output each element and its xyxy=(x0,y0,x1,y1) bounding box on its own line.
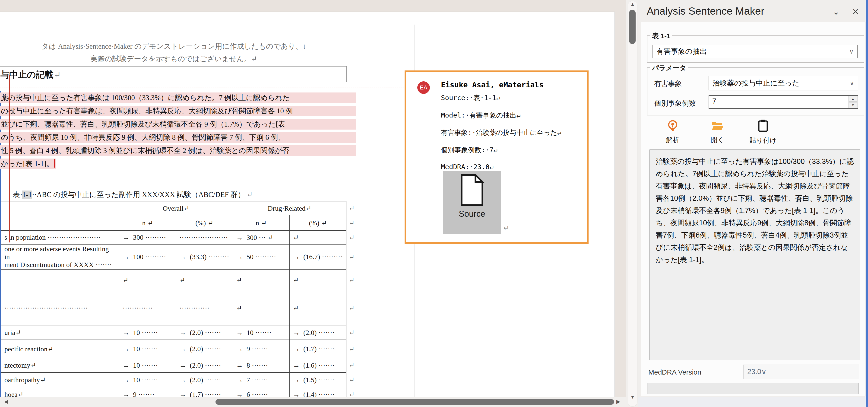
textbox-border-step xyxy=(346,82,386,82)
result-textarea[interactable]: 治験薬の投与中止に至った有害事象は100/300（33.3%）に認められた。7例… xyxy=(650,150,860,360)
row-label: uria↵ xyxy=(1,325,119,340)
comment-line: 個別事象例数:·7↵ xyxy=(441,146,497,155)
paste-button-label: 貼り付け xyxy=(747,136,779,145)
value-cell: ············· xyxy=(119,291,176,325)
table-header-row-1: Overall↵ Drug·Related↵ ↵ xyxy=(1,201,363,215)
hscroll-thumb[interactable] xyxy=(216,399,614,405)
value-cell: → 10 ······· xyxy=(119,325,176,340)
stepper-down-icon[interactable]: ▼ xyxy=(848,102,857,108)
subheader-cell: n ↵ xyxy=(119,215,176,230)
value-cell: ↵ xyxy=(119,269,176,291)
paragraph-line: 性 5 例、蒼白 4 例、乳頭腫切除 3 例並びに末梢循環不全 2 例は、治験薬… xyxy=(0,145,356,156)
textbox-border-bottom xyxy=(0,66,347,66)
panel-footer-strip xyxy=(639,397,868,407)
open-button[interactable]: 開く xyxy=(706,120,729,145)
avatar: EA xyxy=(417,81,430,94)
analysis-sentence-maker-panel: Analysis Sentence Maker ⌄ ✕ 表 1-1 有害事象の抽… xyxy=(639,0,868,407)
disclaimer-line-1: タは Analysis·Sentence·Maker のデモンストレーション用に… xyxy=(0,41,348,51)
open-folder-icon xyxy=(711,120,724,131)
case-count-stepper[interactable]: 7 ▲ ▼ xyxy=(709,95,858,109)
source-object[interactable]: Source xyxy=(443,171,501,233)
subheader-cell: (%) ↵ xyxy=(176,215,233,230)
meddra-version-value: 23.0 xyxy=(747,368,761,376)
stepper-up-icon[interactable]: ▲ xyxy=(848,96,857,102)
results-table: Overall↵ Drug·Related↵ ↵ n ↵(%) ↵n ↵(%) … xyxy=(1,201,363,397)
adverse-event-value: 治験薬の投与中止に至った xyxy=(713,79,799,88)
value-cell: → (1.7) ······· xyxy=(176,387,233,397)
vscroll-thumb[interactable] xyxy=(629,10,636,44)
row-label: pecific reaction↵ xyxy=(1,340,119,358)
source-object-label: Source xyxy=(443,209,501,219)
adverse-event-label: 有害事象 xyxy=(654,79,682,89)
comment-line: Model:·有害事象の抽出↵ xyxy=(441,111,520,120)
table-row: ········································… xyxy=(1,291,363,325)
app-root: { "icons": {"up": "▲", "down": "▼", "lef… xyxy=(0,0,868,407)
table-row: pecific reaction↵→ 10 ·······→ (2.0) ···… xyxy=(1,340,363,358)
value-cell: → (33.3) ········· xyxy=(176,244,233,269)
subheader-cell: (%) ↵ xyxy=(290,215,346,230)
comment-line: 有害事象:·治験薬の投与中止に至った↵ xyxy=(441,128,561,137)
row-label: ntectomy↵ xyxy=(1,358,119,372)
row-label: s in population ······················· xyxy=(1,230,119,244)
value-cell: → 6 ······· xyxy=(233,387,290,397)
panel-collapse-icon[interactable]: ⌄ xyxy=(833,7,839,17)
document-horizontal-scrollbar[interactable]: ◀ ▶ xyxy=(0,397,626,407)
scroll-left-icon[interactable]: ◀ xyxy=(4,399,8,404)
lightbulb-icon xyxy=(667,120,678,131)
paragraph-line: かった[表 1-1]。 xyxy=(0,159,56,169)
scroll-down-icon[interactable]: ▼ xyxy=(630,395,635,400)
value-cell: ↵ xyxy=(233,291,290,325)
value-cell: → 10 ······· xyxy=(119,358,176,372)
panel-content: 表 1-1 有害事象の抽出 ∨ パラメータ 有害事象 治験薬の投与中止に至った … xyxy=(641,22,865,396)
value-cell: → 9 ······· xyxy=(233,340,290,358)
model-select[interactable]: 有害事象の抽出 ∨ xyxy=(652,45,858,58)
value-cell: → (2.0) ······· xyxy=(176,372,233,387)
paragraph-line: 薬の投与中止に至った有害事象は 100/300（33.3%）に認められた。7 例… xyxy=(0,92,356,103)
table-row: s in population ·······················→… xyxy=(1,230,363,244)
value-cell: → (2.0) ······· xyxy=(290,325,346,340)
clipboard-icon xyxy=(758,120,768,132)
value-cell: → 300 ··· ↵ xyxy=(233,230,290,244)
row-label: oarthropathy↵ xyxy=(1,372,119,387)
paragraph-line: 並びに下痢、聴器毒性、蒼白、乳頭腫切除及び末梢循環不全各 9 例（1.7%）であ… xyxy=(0,119,356,130)
analyze-button[interactable]: 解析 xyxy=(661,120,684,145)
paste-button[interactable]: 貼り付け xyxy=(747,120,779,145)
comment-anchor-caret xyxy=(54,159,55,167)
value-cell: → (1.4) ······· xyxy=(290,387,346,397)
textbox-border-corner xyxy=(346,66,347,82)
comment-anchor-line xyxy=(9,75,10,243)
case-count-label: 個別事象例数 xyxy=(654,99,696,108)
document-page[interactable]: タは Analysis·Sentence·Maker のデモンストレーション用に… xyxy=(0,11,615,397)
vscroll-track[interactable] xyxy=(628,1,638,407)
meddra-version-select[interactable]: 23.0 ∨ xyxy=(743,365,859,379)
params-group-label: パラメータ xyxy=(650,63,688,73)
row-label: hoea↵ xyxy=(1,387,119,397)
value-cell: ↵ xyxy=(290,269,346,291)
panel-close-icon[interactable]: ✕ xyxy=(852,7,859,17)
value-cell: → (1.5) ······· xyxy=(290,372,346,387)
field-code-number: 1-1 xyxy=(22,190,32,199)
open-button-label: 開く xyxy=(706,135,729,145)
chevron-down-icon: ∨ xyxy=(849,48,854,55)
meddra-version-label: MedDRA Version xyxy=(648,368,701,376)
table-header-row-2: n ↵(%) ↵n ↵(%) ↵↵ xyxy=(1,215,363,230)
value-cell: → (2.0) ······· xyxy=(176,340,233,358)
table-row: ↵↵↵↵↵ xyxy=(1,269,363,291)
value-cell: → (16.7) ········· xyxy=(290,244,346,269)
table-row: oarthropathy↵→ 10 ·······→ (2.0) ·······… xyxy=(1,372,363,387)
adverse-event-select[interactable]: 治験薬の投与中止に至った ∨ xyxy=(709,76,858,90)
model-select-value: 有害事象の抽出 xyxy=(656,46,707,56)
panel-title: Analysis Sentence Maker xyxy=(647,5,765,17)
document-vertical-scrollbar[interactable]: ▲ ▼ xyxy=(626,0,639,407)
value-cell: → 7 ······· xyxy=(233,372,290,387)
comment-line: MedDRA:·23.0↵ xyxy=(441,163,494,171)
comment-balloon[interactable]: EA Eisuke Asai, eMaterials Source:·表·1-1… xyxy=(405,70,589,244)
value-cell: → 10 ······· xyxy=(119,372,176,387)
table-row: ntectomy↵→ 10 ·······→ (2.0) ·······→ 8 … xyxy=(1,358,363,372)
disabled-action-button xyxy=(647,383,859,394)
scroll-up-icon[interactable]: ▲ xyxy=(630,2,635,7)
scroll-right-icon[interactable]: ▶ xyxy=(616,399,620,404)
paragraph-line: の投与中止に至った有害事象は、夜間頻尿、非特異反応、大網切除及び骨関節障害各 1… xyxy=(0,106,356,116)
value-cell: → 8 ······· xyxy=(233,358,290,372)
case-count-value: 7 xyxy=(709,96,848,108)
